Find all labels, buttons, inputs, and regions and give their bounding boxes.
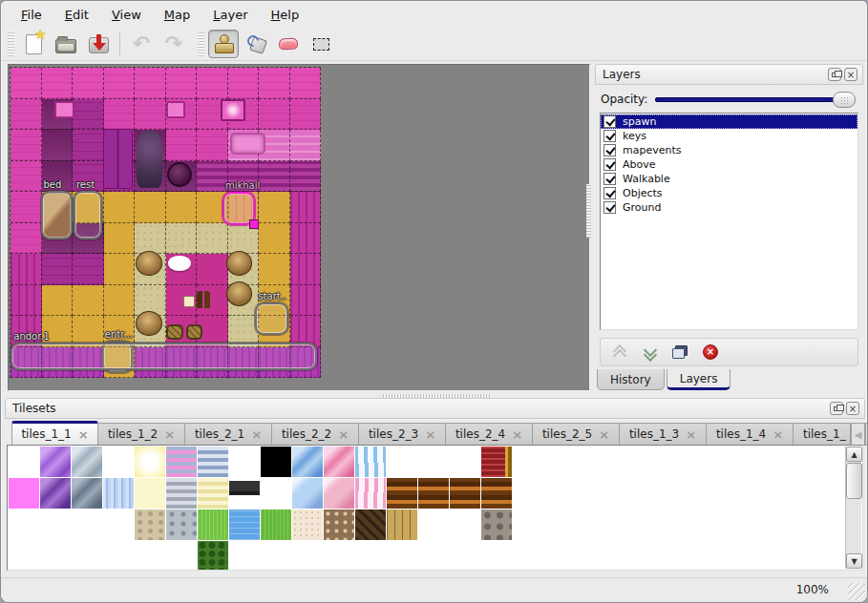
- tileset-tile[interactable]: [198, 541, 228, 571]
- layer-row-Objects[interactable]: Objects: [601, 186, 857, 200]
- map-object-rest[interactable]: rest: [74, 191, 103, 239]
- tileset-tile[interactable]: [261, 478, 291, 509]
- tileset-tab-tiles_1_3[interactable]: tiles_1_3×: [620, 423, 707, 446]
- menu-help[interactable]: Help: [261, 4, 310, 26]
- menu-edit[interactable]: Edit: [54, 4, 99, 26]
- tileset-tile[interactable]: [418, 478, 449, 509]
- tileset-tile[interactable]: [198, 478, 228, 509]
- tileset-tile[interactable]: [261, 447, 291, 477]
- tab-layers[interactable]: Layers: [667, 369, 731, 390]
- tileset-tile[interactable]: [324, 447, 354, 477]
- tileset-tile[interactable]: [9, 541, 39, 571]
- tileset-tile[interactable]: [103, 447, 134, 477]
- scrollbar-thumb[interactable]: [846, 463, 862, 499]
- delete-layer-button[interactable]: ×: [698, 341, 723, 364]
- menu-view[interactable]: View: [101, 4, 152, 26]
- layers-close-button[interactable]: ×: [844, 68, 857, 81]
- tileset-tile[interactable]: [135, 509, 165, 540]
- tab-close-icon[interactable]: ×: [773, 428, 783, 441]
- layer-row-spawn[interactable]: spawn: [601, 114, 857, 129]
- duplicate-layer-button[interactable]: [667, 341, 692, 364]
- tileset-tile[interactable]: [40, 541, 71, 571]
- tileset-tab-tiles_2_3[interactable]: tiles_2_3×: [359, 423, 446, 446]
- layer-row-mapevents[interactable]: mapevents: [601, 143, 857, 157]
- tileset-tile[interactable]: [324, 541, 354, 571]
- bucket-fill-button[interactable]: [241, 30, 271, 58]
- scroll-up-icon[interactable]: ▲: [846, 447, 862, 462]
- undo-button[interactable]: ↶: [126, 30, 157, 58]
- tileset-tile[interactable]: [198, 447, 228, 477]
- tileset-tile[interactable]: [229, 447, 260, 477]
- selection-handle[interactable]: [249, 219, 259, 229]
- lower-layer-button[interactable]: [637, 341, 662, 364]
- tab-close-icon[interactable]: ×: [599, 428, 609, 441]
- tileset-tile[interactable]: [40, 447, 71, 477]
- tileset-tile[interactable]: [450, 541, 480, 571]
- tilesets-float-button[interactable]: [830, 402, 843, 415]
- layer-visibility-checkbox[interactable]: [603, 173, 616, 185]
- layer-visibility-checkbox[interactable]: [603, 130, 616, 142]
- tileset-tab-tiles_2_1[interactable]: tiles_2_1×: [185, 423, 272, 446]
- tileset-tile[interactable]: [229, 509, 260, 540]
- tileset-tile[interactable]: [481, 478, 512, 509]
- tab-close-icon[interactable]: ×: [78, 428, 89, 441]
- map-view[interactable]: bedrestmikhailstart..entr...andor.1: [8, 64, 590, 391]
- layer-visibility-checkbox[interactable]: [603, 201, 616, 214]
- tileset-tile[interactable]: [40, 478, 71, 509]
- tileset-tile[interactable]: [166, 509, 197, 540]
- menu-layer[interactable]: Layer: [202, 4, 258, 26]
- tileset-tile[interactable]: [355, 447, 386, 477]
- raise-layer-button[interactable]: [606, 341, 631, 364]
- tileset-tile[interactable]: [450, 447, 480, 477]
- tab-history[interactable]: History: [597, 369, 665, 390]
- tileset-tile[interactable]: [9, 509, 39, 540]
- tileset-tab-tiles_2_5[interactable]: tiles_2_5×: [533, 423, 620, 446]
- layer-visibility-checkbox[interactable]: [603, 187, 616, 199]
- tileset-tile[interactable]: [418, 541, 449, 571]
- menu-file[interactable]: File: [11, 4, 53, 26]
- tileset-tile[interactable]: [387, 509, 417, 540]
- layer-row-keys[interactable]: keys: [601, 129, 857, 143]
- tileset-tile[interactable]: [72, 509, 102, 540]
- vertical-splitter[interactable]: [586, 184, 591, 238]
- map-canvas[interactable]: bedrestmikhailstart..entr...andor.1: [10, 67, 322, 379]
- tileset-tile[interactable]: [292, 478, 323, 509]
- tileset-tile[interactable]: [324, 478, 354, 509]
- layers-float-button[interactable]: [828, 68, 841, 81]
- resize-grip[interactable]: [848, 583, 865, 600]
- opacity-slider[interactable]: [655, 92, 856, 108]
- tileset-tab-tiles_1_2[interactable]: tiles_1_2×: [98, 423, 185, 446]
- tileset-tile[interactable]: [450, 478, 480, 509]
- tileset-tile[interactable]: [166, 447, 197, 477]
- stamp-tool-button[interactable]: [208, 30, 239, 58]
- tab-close-icon[interactable]: ×: [512, 428, 522, 441]
- open-file-button[interactable]: [51, 30, 81, 58]
- tileset-tile[interactable]: [261, 541, 291, 571]
- tileset-tile[interactable]: [9, 478, 39, 509]
- layer-row-Above[interactable]: Above: [601, 157, 857, 172]
- tileset-tile[interactable]: [229, 478, 260, 509]
- tab-close-icon[interactable]: ×: [251, 428, 262, 441]
- layer-list[interactable]: spawnkeysmapeventsAboveWalkableObjectsGr…: [600, 113, 858, 330]
- tileset-tile[interactable]: [103, 541, 134, 571]
- map-object-andor[interactable]: andor.1: [11, 343, 317, 370]
- tileset-tile[interactable]: [72, 541, 102, 571]
- tileset-tile[interactable]: [387, 478, 417, 509]
- tileset-tile[interactable]: [292, 541, 323, 571]
- tileset-tab-tiles_2_4[interactable]: tiles_2_4×: [446, 423, 533, 446]
- tileset-tile[interactable]: [355, 478, 386, 509]
- tileset-tile[interactable]: [135, 541, 165, 571]
- map-object-start[interactable]: start..: [255, 302, 287, 335]
- save-file-button[interactable]: [83, 30, 114, 58]
- tileset-tile[interactable]: [198, 509, 228, 540]
- tileset-tile[interactable]: [9, 447, 39, 477]
- tileset-tile[interactable]: [40, 509, 71, 540]
- tileset-tile[interactable]: [72, 447, 102, 477]
- tileset-view[interactable]: ▲ ▼: [7, 445, 863, 571]
- new-file-button[interactable]: [18, 30, 49, 58]
- tileset-tile[interactable]: [229, 541, 260, 571]
- tileset-scrollbar[interactable]: ▲ ▼: [845, 447, 861, 569]
- menu-map[interactable]: Map: [154, 4, 201, 26]
- layer-row-Walkable[interactable]: Walkable: [601, 172, 857, 186]
- tileset-tile[interactable]: [324, 509, 354, 540]
